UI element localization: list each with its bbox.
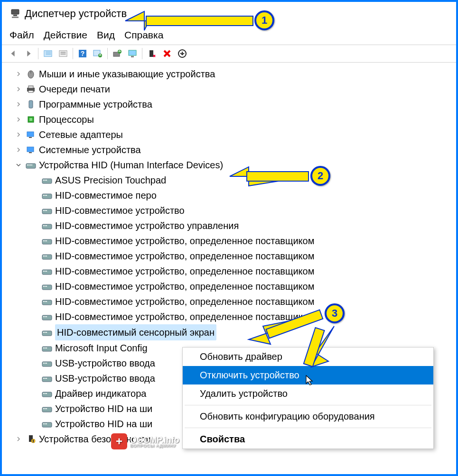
hid-device-item[interactable]: HID-совместимое устройство, определенное… <box>33 279 449 294</box>
chevron-right-icon[interactable] <box>14 130 23 139</box>
hid-device-icon <box>42 297 52 306</box>
chevron-right-icon[interactable] <box>14 85 23 93</box>
context-delete-device[interactable]: Удалить устройство <box>183 384 433 403</box>
hid-device-icon <box>42 175 52 185</box>
category-item[interactable]: Сетевые адаптеры <box>14 127 449 142</box>
hid-device-icon <box>42 358 52 368</box>
menu-file[interactable]: Файл <box>9 29 34 41</box>
svg-rect-73 <box>42 315 52 320</box>
category-item[interactable]: Мыши и иные указывающие устройства <box>14 66 449 82</box>
properties-button[interactable] <box>56 47 71 60</box>
context-separator <box>185 428 431 428</box>
uninstall-button[interactable] <box>159 47 175 60</box>
hid-device-item[interactable]: HID-совместимое устройство, определенное… <box>33 248 449 264</box>
svg-rect-99 <box>45 408 46 409</box>
svg-rect-61 <box>42 270 52 275</box>
software-icon <box>26 100 36 109</box>
hid-device-item[interactable]: HID-совместимое перо <box>33 188 449 203</box>
category-label: Мыши и иные указывающие устройства <box>39 66 215 82</box>
svg-rect-74 <box>43 316 44 317</box>
hid-device-item[interactable]: HID-совместимое устройство, определенное… <box>33 309 449 324</box>
hid-device-icon <box>42 419 52 429</box>
printer-icon <box>26 84 36 94</box>
cpu-icon <box>26 115 36 124</box>
menu-help[interactable]: Справка <box>124 29 163 41</box>
category-item[interactable]: Системные устройства <box>14 142 449 157</box>
svg-rect-56 <box>46 240 47 241</box>
menu-view[interactable]: Вид <box>97 29 115 41</box>
mouse-cursor-icon <box>306 375 314 385</box>
hid-device-icon <box>42 191 52 200</box>
net-icon <box>26 130 36 139</box>
svg-rect-46 <box>43 210 44 211</box>
category-item[interactable]: Процессоры <box>14 112 449 127</box>
category-hid[interactable]: Устройства HID (Human Interface Devices) <box>14 157 449 173</box>
window-title: Диспетчер устройств <box>25 8 127 20</box>
update-driver-button[interactable] <box>110 47 125 60</box>
hid-device-icon <box>42 266 52 276</box>
svg-rect-87 <box>45 363 46 364</box>
hid-device-label: HID-совместимое перо <box>55 188 157 203</box>
svg-rect-98 <box>43 408 44 409</box>
title-bar: Диспетчер устройств <box>2 2 456 26</box>
svg-rect-60 <box>46 256 47 256</box>
svg-rect-42 <box>43 195 44 196</box>
hid-device-item[interactable]: ASUS Precision Touchpad <box>33 173 449 188</box>
context-update-driver[interactable]: Обновить драйвер <box>183 348 433 366</box>
hid-device-item[interactable]: HID-совместимое устройство управления <box>33 218 449 233</box>
svg-rect-51 <box>45 225 46 226</box>
chevron-right-icon[interactable] <box>14 100 23 109</box>
context-scan-hardware[interactable]: Обновить конфигурацию оборудования <box>183 407 433 426</box>
svg-rect-36 <box>31 165 32 165</box>
svg-rect-65 <box>42 285 52 290</box>
category-item[interactable]: Программные устройства <box>14 97 449 112</box>
disable-button[interactable] <box>144 47 159 60</box>
svg-rect-89 <box>42 377 52 382</box>
category-item[interactable]: Очереди печати <box>14 82 449 97</box>
chevron-right-icon[interactable] <box>14 70 23 78</box>
hid-device-item[interactable]: HID-совместимый сенсорный экран <box>33 324 449 340</box>
hid-device-icon <box>42 236 52 246</box>
toolbar: ? <box>2 45 456 63</box>
svg-rect-92 <box>46 378 47 379</box>
device-manager-icon <box>9 8 21 19</box>
menu-action[interactable]: Действие <box>44 29 87 41</box>
show-hidden-button[interactable] <box>40 47 56 60</box>
chevron-right-icon[interactable] <box>14 435 23 443</box>
security-icon <box>26 434 36 444</box>
chevron-down-icon[interactable] <box>14 161 23 169</box>
context-properties[interactable]: Свойства <box>183 430 433 449</box>
hid-device-label: HID-совместимое устройство, определенное… <box>55 233 314 248</box>
hid-category-label: Устройства HID (Human Interface Devices) <box>39 157 223 173</box>
svg-rect-58 <box>43 256 44 256</box>
svg-rect-8 <box>61 52 66 53</box>
hid-device-label: HID-совместимое устройство управления <box>55 218 239 233</box>
svg-rect-75 <box>45 316 46 317</box>
more-button[interactable] <box>175 47 190 60</box>
svg-rect-63 <box>45 271 46 272</box>
sys-icon <box>26 145 36 155</box>
svg-rect-64 <box>46 271 47 272</box>
forward-button[interactable] <box>21 47 36 60</box>
svg-rect-55 <box>45 240 46 241</box>
svg-rect-50 <box>43 225 44 226</box>
chevron-right-icon[interactable] <box>14 146 23 154</box>
hid-device-item[interactable]: HID-совместимое устройство, определенное… <box>33 233 449 248</box>
svg-rect-35 <box>30 165 31 165</box>
hid-device-item[interactable]: HID-совместимое устройство <box>33 203 449 218</box>
help-button[interactable]: ? <box>75 47 90 60</box>
context-separator <box>185 405 431 405</box>
hid-device-item[interactable]: HID-совместимое устройство, определенное… <box>33 294 449 309</box>
hid-device-item[interactable]: HID-совместимое устройство, определенное… <box>33 264 449 279</box>
monitor-button[interactable] <box>125 47 140 60</box>
svg-rect-68 <box>46 286 47 287</box>
back-button[interactable] <box>6 47 21 60</box>
svg-rect-88 <box>46 363 47 364</box>
chevron-right-icon[interactable] <box>14 115 23 124</box>
svg-rect-93 <box>42 392 52 397</box>
scan-button[interactable] <box>90 47 105 60</box>
svg-rect-83 <box>45 348 46 348</box>
svg-rect-41 <box>42 194 52 199</box>
svg-rect-25 <box>29 101 33 108</box>
hid-device-icon <box>42 328 52 337</box>
